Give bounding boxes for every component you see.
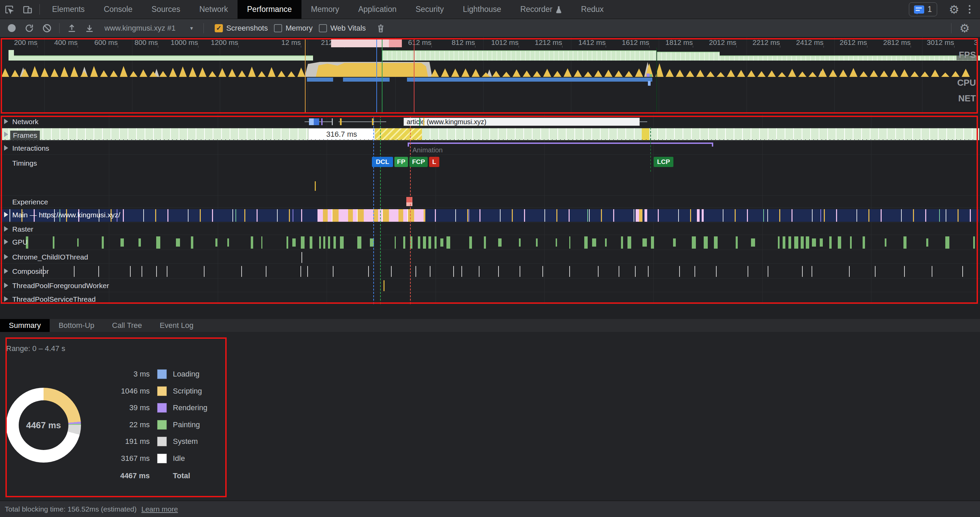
garbage-collect-icon[interactable] <box>373 21 388 36</box>
clear-recording-icon[interactable] <box>40 21 54 36</box>
collapse-arrow-icon[interactable] <box>4 145 8 151</box>
collapse-arrow-icon[interactable] <box>4 226 8 232</box>
frames-bar-segment <box>422 128 642 140</box>
collapse-arrow-icon[interactable] <box>4 132 8 137</box>
gpu-activity-bar <box>806 236 809 249</box>
collapse-arrow-icon[interactable] <box>4 254 8 260</box>
compositor-tick <box>266 266 266 277</box>
network-request-bar[interactable] <box>314 118 319 125</box>
track-row-raster[interactable] <box>0 223 980 235</box>
tab-application[interactable]: Application <box>349 0 406 19</box>
timeline-tracks[interactable]: NetworkFramesInteractionsTimingsExperien… <box>0 114 980 304</box>
timing-badge-lcp[interactable]: LCP <box>654 157 673 167</box>
track-row-timings[interactable] <box>0 155 980 195</box>
target-select[interactable]: www.kingmusi.xyz #1 ▼ <box>100 24 199 33</box>
tab-memory[interactable]: Memory <box>301 0 349 19</box>
compositor-tick <box>849 266 850 277</box>
save-profile-icon[interactable] <box>82 21 97 36</box>
animation-bracket <box>408 143 713 144</box>
legend-label: Rendering <box>173 403 208 413</box>
legend-row-idle: 3167 msIdle <box>0 454 238 464</box>
inspect-element-icon[interactable] <box>0 0 18 19</box>
main-thread-flamechart[interactable] <box>1 209 979 222</box>
capture-options: ✓ScreenshotsMemoryWeb Vitals <box>208 24 366 33</box>
legend-label: Idle <box>173 454 185 464</box>
load-profile-icon[interactable] <box>64 21 79 36</box>
status-bar: Total blocking time: 156.52ms (estimated… <box>0 501 980 517</box>
compositor-tick <box>241 266 242 277</box>
tab-elements[interactable]: Elements <box>43 0 94 19</box>
timing-badge-dcl[interactable]: DCL <box>372 157 393 167</box>
tab-sources[interactable]: Sources <box>142 0 189 19</box>
gpu-activity-bar <box>794 236 798 249</box>
collapse-arrow-icon[interactable] <box>4 268 8 274</box>
track-row-threadpoolforegroundworker[interactable] <box>0 279 980 292</box>
tab-redux[interactable]: Redux <box>572 0 613 19</box>
tab-performance[interactable]: Performance <box>237 0 301 19</box>
compositor-tick <box>453 266 454 277</box>
legend-row-total: 4467 msTotal <box>0 471 238 481</box>
frames-bar-segment <box>1 128 308 140</box>
panel-tabs: ElementsConsoleSourcesNetworkPerformance… <box>43 0 613 19</box>
memory-checkbox[interactable] <box>274 24 282 32</box>
collapse-arrow-icon[interactable] <box>4 119 8 124</box>
issues-count: 1 <box>928 5 932 14</box>
reload-and-record-icon[interactable] <box>22 21 37 36</box>
gpu-activity-bar <box>498 238 501 247</box>
timing-badge-fp[interactable]: FP <box>395 157 408 167</box>
timeline-overview[interactable]: 200 ms400 ms600 ms800 ms1000 ms1200 ms12… <box>0 37 980 114</box>
settings-gear-icon[interactable]: ⚙ <box>943 3 966 16</box>
tab-security[interactable]: Security <box>406 0 453 19</box>
details-tab-bottom-up[interactable]: Bottom-Up <box>50 319 103 332</box>
collapse-arrow-icon[interactable] <box>4 212 8 217</box>
gpu-activity-bar <box>440 238 443 247</box>
web-vitals-checkbox[interactable] <box>319 24 327 32</box>
lane-label-cpu: CPU <box>955 78 978 88</box>
compositor-tick <box>716 266 717 277</box>
tab-console[interactable]: Console <box>94 0 142 19</box>
track-row-chrome-childiothread[interactable] <box>0 250 980 263</box>
gpu-activity-bar <box>783 236 785 249</box>
learn-more-link[interactable]: Learn more <box>142 505 178 513</box>
tab-network[interactable]: Network <box>190 0 237 19</box>
tab-recorder[interactable]: Recorder <box>511 0 572 19</box>
experience-layout-shift[interactable] <box>406 197 412 206</box>
gpu-activity-bar <box>556 238 557 247</box>
network-request-bar[interactable] <box>332 118 333 125</box>
device-toolbar-icon[interactable] <box>18 0 37 19</box>
track-row-compositor[interactable] <box>0 263 980 279</box>
network-request-article[interactable]: article (www.kingmusi.xyz) <box>404 118 640 126</box>
gpu-activity-bar <box>323 236 325 249</box>
lane-label-net: NET <box>956 93 978 104</box>
details-tab-summary[interactable]: Summary <box>0 319 50 332</box>
capture-settings-gear-icon[interactable]: ⚙ <box>953 21 976 35</box>
checkbox-memory[interactable]: Memory <box>274 24 312 33</box>
collapse-arrow-icon[interactable] <box>4 239 8 244</box>
gpu-activity-bar <box>973 236 975 249</box>
checkbox-web-vitals[interactable]: Web Vitals <box>319 24 366 33</box>
timing-badge-l[interactable]: L <box>429 157 439 167</box>
gpu-activity-bar <box>536 238 538 247</box>
checkbox-screenshots[interactable]: ✓Screenshots <box>215 24 268 33</box>
network-request-bar[interactable] <box>321 118 323 125</box>
network-request-bar[interactable] <box>340 118 342 125</box>
tab-lighthouse[interactable]: Lighthouse <box>453 0 511 19</box>
collapse-arrow-icon[interactable] <box>4 296 8 302</box>
track-label: Timings <box>12 159 37 167</box>
collapse-arrow-icon[interactable] <box>4 283 8 288</box>
track-row-gpu[interactable] <box>0 235 980 250</box>
more-options-icon[interactable] <box>966 5 974 14</box>
issues-counter[interactable]: 1 <box>909 2 937 16</box>
timing-badge-fcp[interactable]: FCP <box>409 157 428 167</box>
details-tab-call-tree[interactable]: Call Tree <box>103 319 151 332</box>
gpu-activity-bar <box>261 236 262 249</box>
details-tab-event-log[interactable]: Event Log <box>151 319 202 332</box>
screenshots-checkbox[interactable]: ✓ <box>215 24 223 32</box>
legend-swatch <box>157 370 167 379</box>
track-row-threadpoolservicethread[interactable] <box>0 292 980 304</box>
track-label: Experience <box>12 198 48 206</box>
track-row-experience[interactable] <box>0 195 980 208</box>
frames-long-frame[interactable]: 316.7 ms <box>308 128 375 140</box>
network-request-bar[interactable] <box>309 118 314 125</box>
record-button[interactable] <box>4 21 19 36</box>
